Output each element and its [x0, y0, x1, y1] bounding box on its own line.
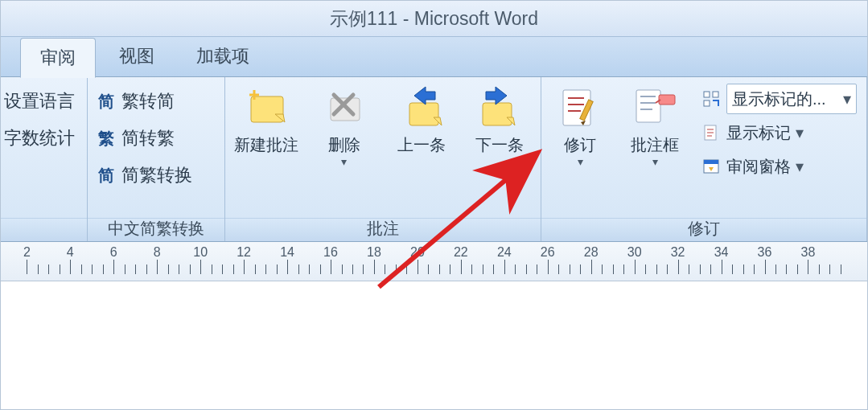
new-comment-button[interactable]: 新建批注 — [230, 80, 303, 154]
next-comment-button[interactable]: 下一条 — [463, 80, 537, 154]
display-for-review-dropdown[interactable]: 显示标记的... ▾ — [696, 84, 862, 114]
ruler-minor-tick — [710, 264, 711, 274]
ruler-minor-tick — [580, 264, 581, 274]
to-traditional-icon: 繁 — [96, 128, 117, 149]
set-language-button[interactable]: 设置语言 — [1, 85, 82, 117]
svg-rect-17 — [636, 90, 660, 122]
ruler-minor-tick — [396, 264, 397, 274]
delete-comment-button[interactable]: 删除 ▾ — [308, 80, 381, 167]
ruler-tick — [591, 260, 592, 274]
ruler-minor-tick — [103, 264, 104, 274]
ruler-tick — [287, 260, 288, 274]
delete-comment-caret-icon: ▾ — [341, 156, 347, 167]
ruler-minor-tick — [570, 264, 570, 274]
ruler-minor-tick — [689, 264, 689, 274]
delete-comment-icon — [321, 85, 368, 132]
ruler-number: 6 — [110, 245, 117, 260]
ruler-minor-tick — [732, 264, 733, 274]
to-traditional-label: 简转繁 — [121, 126, 175, 150]
ruler-minor-tick — [222, 264, 223, 274]
tab-addins[interactable]: 加载项 — [177, 37, 269, 76]
ribbon-tabs: 审阅 视图 加载项 — [1, 36, 867, 77]
to-simplified-button[interactable]: 简 繁转简 — [93, 85, 220, 117]
ruler-minor-tick — [146, 264, 147, 274]
ruler-minor-tick — [212, 264, 212, 274]
ruler-number: 38 — [801, 245, 816, 260]
svg-rect-23 — [704, 92, 710, 97]
ruler-tick — [70, 260, 71, 274]
word-count-button[interactable]: 字数统计 — [1, 122, 82, 154]
ruler-number: 18 — [367, 245, 381, 260]
track-changes-button[interactable]: 修订 ▾ — [546, 80, 614, 167]
ruler-number: 16 — [323, 245, 338, 260]
convert-button[interactable]: 简 简繁转换 — [93, 159, 220, 191]
reviewing-pane-label: 审阅窗格 — [726, 156, 791, 178]
ruler-number: 28 — [584, 245, 599, 260]
ruler-minor-tick — [493, 264, 494, 274]
ruler-tick — [808, 260, 808, 274]
ruler-minor-tick — [483, 264, 483, 274]
ruler-minor-tick — [471, 264, 472, 274]
ruler-minor-tick — [526, 264, 527, 274]
ruler-number: 30 — [627, 245, 642, 260]
svg-rect-0 — [251, 96, 283, 122]
balloons-button[interactable]: 批注框 ▾ — [619, 80, 691, 167]
horizontal-ruler[interactable]: 2468101214161820222426283032343638 — [1, 242, 867, 281]
ruler-minor-tick — [656, 264, 657, 274]
set-language-label: 设置语言 — [4, 89, 75, 113]
window-title: 示例111 - Microsoft Word — [330, 8, 538, 29]
group-tracking: 修订 ▾ 批注框 ▾ — [541, 77, 867, 241]
reviewing-pane-caret-icon: ▾ — [796, 157, 804, 176]
ruler-minor-tick — [700, 264, 701, 274]
display-for-review-value: 显示标记的... — [732, 88, 838, 110]
ruler-tick — [504, 260, 505, 274]
ruler-number: 32 — [671, 245, 685, 260]
ruler-tick — [374, 260, 375, 274]
ruler-tick — [27, 260, 27, 274]
svg-rect-9 — [483, 103, 512, 125]
ruler-minor-tick — [255, 264, 256, 274]
ruler-number: 24 — [497, 245, 512, 260]
title-bar: 示例111 - Microsoft Word — [1, 1, 867, 36]
ruler-minor-tick — [168, 264, 169, 274]
svg-rect-25 — [704, 100, 710, 106]
ruler-minor-tick — [265, 264, 266, 274]
ruler-tick — [548, 260, 549, 274]
previous-comment-button[interactable]: 上一条 — [385, 80, 459, 154]
ruler-tick — [113, 260, 114, 274]
ruler-minor-tick — [352, 264, 353, 274]
ruler-minor-tick — [179, 264, 179, 274]
ribbon: 设置语言 字数统计 简 繁转简 繁 — [1, 77, 867, 242]
show-markup-label: 显示标记 — [726, 122, 791, 144]
group-language-label — [0, 218, 87, 241]
tab-review[interactable]: 审阅 — [20, 38, 96, 78]
next-comment-label: 下一条 — [475, 135, 524, 154]
ruler-tick — [678, 260, 679, 274]
balloons-caret-icon: ▾ — [652, 156, 658, 167]
show-markup-button[interactable]: 显示标记 ▾ — [696, 117, 862, 148]
show-markup-icon — [701, 122, 722, 143]
ruler-tick — [765, 260, 766, 274]
svg-rect-7 — [409, 103, 438, 125]
ruler-minor-tick — [135, 264, 136, 274]
ruler-tick — [331, 260, 331, 274]
ruler-minor-tick — [775, 264, 776, 274]
reviewing-pane-button[interactable]: 审阅窗格 ▾ — [696, 151, 862, 182]
ruler-tick — [418, 260, 418, 274]
ruler-number: 14 — [280, 245, 294, 260]
document-area[interactable] — [1, 284, 867, 410]
ruler-minor-tick — [754, 264, 755, 274]
group-language: 设置语言 字数统计 — [1, 77, 88, 241]
ruler-number: 34 — [714, 245, 729, 260]
ruler-minor-tick — [385, 264, 385, 274]
tab-view[interactable]: 视图 — [100, 37, 174, 76]
track-changes-label: 修订 — [564, 135, 596, 154]
convert-label: 简繁转换 — [121, 163, 192, 187]
svg-rect-24 — [713, 92, 718, 97]
to-traditional-button[interactable]: 繁 简转繁 — [93, 122, 220, 154]
ruler-minor-tick — [450, 264, 450, 274]
ruler-tick — [461, 260, 462, 274]
ruler-minor-tick — [125, 264, 125, 274]
ruler-number: 4 — [67, 245, 74, 260]
ruler-tick — [722, 260, 722, 274]
